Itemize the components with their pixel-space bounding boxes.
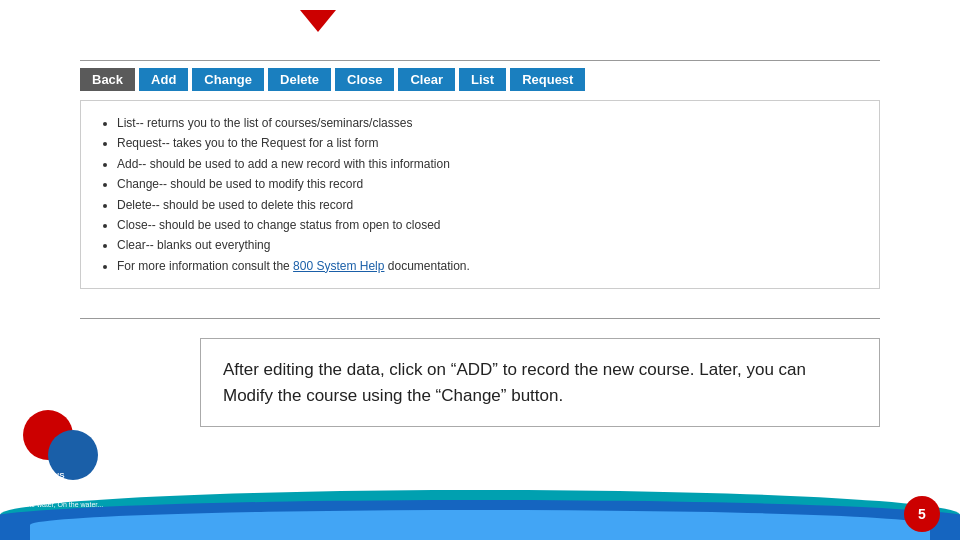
change-button[interactable]: Change	[192, 68, 264, 91]
delete-button[interactable]: Delete	[268, 68, 331, 91]
logo-tagline: On the water, On the water...	[14, 501, 103, 508]
content-list: List-- returns you to the list of course…	[97, 113, 863, 276]
list-item: Request-- takes you to the Request for a…	[117, 133, 863, 153]
close-button[interactable]: Close	[335, 68, 394, 91]
clear-button[interactable]: Clear	[398, 68, 455, 91]
list-item: Clear-- blanks out everything	[117, 235, 863, 255]
add-button[interactable]: Add	[139, 68, 188, 91]
request-button[interactable]: Request	[510, 68, 585, 91]
list-button[interactable]: List	[459, 68, 506, 91]
list-item: For more information consult the 800 Sys…	[117, 256, 863, 276]
list-item: Close-- should be used to change status …	[117, 215, 863, 235]
list-item: Add-- should be used to add a new record…	[117, 154, 863, 174]
wave-light-blue	[30, 510, 930, 540]
footer-wave	[0, 470, 960, 540]
arrow-head	[300, 10, 336, 32]
top-rule	[80, 60, 880, 61]
callout-box: After editing the data, click on “ADD” t…	[200, 338, 880, 427]
logo-text: AMERICA'S BOATING CLUB	[20, 471, 65, 500]
back-button[interactable]: Back	[80, 68, 135, 91]
toolbar: Back Add Change Delete Close Clear List …	[80, 68, 585, 91]
callout-text: After editing the data, click on “ADD” t…	[223, 360, 806, 405]
page-number-badge: 5	[904, 496, 940, 532]
content-area: List-- returns you to the list of course…	[80, 100, 880, 289]
help-link[interactable]: 800 System Help	[293, 259, 384, 273]
list-item: List-- returns you to the list of course…	[117, 113, 863, 133]
bottom-rule	[80, 318, 880, 319]
list-item: Change-- should be used to modify this r…	[117, 174, 863, 194]
list-item: Delete-- should be used to delete this r…	[117, 195, 863, 215]
